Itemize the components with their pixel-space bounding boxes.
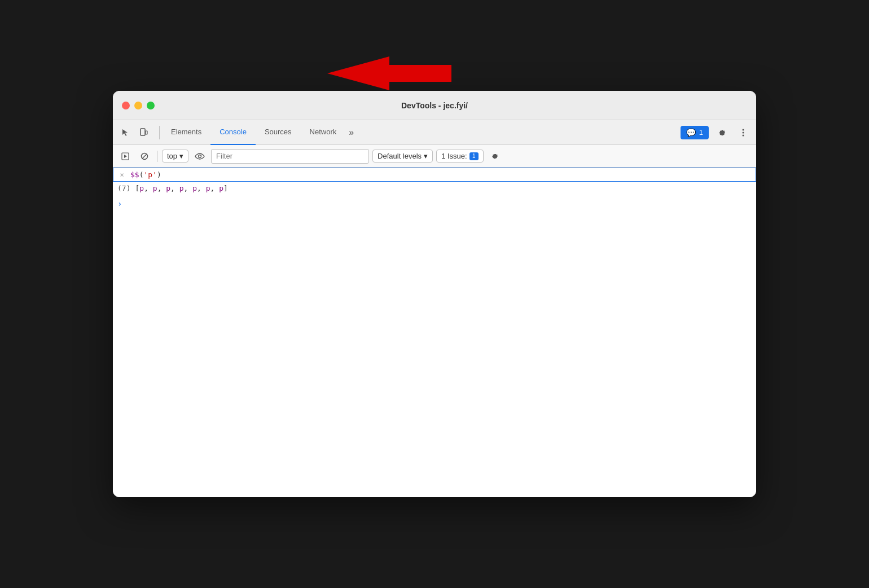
toolbar-icons	[117, 124, 152, 141]
console-output: × $$('p') (7) [p, p, p, p, p, p, p] ›	[113, 168, 756, 497]
console-prompt-line: ›	[113, 195, 756, 213]
console-toolbar: top ▾ Default levels ▾ 1 Issue: 1	[113, 145, 756, 168]
context-selector[interactable]: top ▾	[162, 150, 188, 163]
result-tag-7: p	[219, 184, 223, 192]
chevron-down-icon: ▾	[179, 152, 183, 160]
issues-count-button[interactable]: 1 Issue: 1	[436, 150, 484, 163]
issues-badge[interactable]: 💬 1	[681, 126, 709, 139]
prompt-arrow[interactable]: ›	[117, 199, 122, 208]
clear-console-button[interactable]	[137, 148, 152, 164]
console-input-text[interactable]: $$('p')	[130, 170, 751, 179]
svg-marker-6	[124, 155, 127, 158]
result-tag-5: p	[192, 184, 197, 192]
console-divider-1	[157, 151, 157, 162]
main-toolbar: Elements Console Sources Network » 💬 1	[113, 120, 756, 145]
play-button[interactable]	[117, 148, 133, 164]
settings-button[interactable]	[713, 124, 730, 141]
issues-chat-icon: 1	[469, 152, 479, 160]
eye-icon	[195, 153, 205, 160]
result-tag-2: p	[153, 184, 157, 192]
svg-rect-1	[146, 131, 147, 134]
minimize-button[interactable]	[134, 102, 142, 109]
element-select-button[interactable]	[117, 124, 134, 141]
window-title: DevTools - jec.fyi/	[401, 101, 468, 110]
result-array: [p, p, p, p, p, p, p]	[135, 184, 227, 192]
device-icon	[139, 128, 148, 137]
cursor-icon	[121, 128, 130, 137]
svg-point-3	[743, 131, 744, 133]
svg-rect-0	[141, 129, 145, 135]
result-tag-6: p	[206, 184, 210, 192]
input-selector-text: $$	[130, 170, 139, 179]
tab-sources[interactable]: Sources	[256, 120, 301, 145]
svg-point-2	[743, 129, 744, 130]
tab-elements[interactable]: Elements	[162, 120, 210, 145]
toolbar-right: 💬 1	[681, 124, 752, 141]
result-count: (7)	[117, 184, 130, 192]
tab-network[interactable]: Network	[301, 120, 346, 145]
more-tabs-button[interactable]: »	[345, 123, 357, 142]
devtools-window: DevTools - jec.fyi/ Elements Consol	[113, 91, 756, 497]
play-icon	[121, 152, 129, 160]
filter-input[interactable]	[211, 149, 369, 164]
svg-line-8	[142, 154, 147, 159]
maximize-button[interactable]	[147, 102, 155, 109]
default-levels-selector[interactable]: Default levels ▾	[372, 150, 433, 163]
device-toggle-button[interactable]	[135, 124, 152, 141]
result-tag-3: p	[166, 184, 170, 192]
svg-point-9	[199, 155, 201, 157]
block-icon	[141, 152, 148, 160]
result-tag-1: p	[139, 184, 144, 192]
gear-icon	[717, 128, 727, 138]
console-settings-button[interactable]	[487, 148, 503, 164]
cancel-input-button[interactable]: ×	[118, 171, 126, 179]
console-input-entry: × $$('p')	[113, 168, 756, 182]
input-paren-close: )	[157, 170, 161, 179]
chevron-down-icon-2: ▾	[424, 152, 428, 160]
result-tag-4: p	[179, 184, 184, 192]
chat-icon: 💬	[686, 128, 696, 137]
title-bar: DevTools - jec.fyi/	[113, 91, 756, 120]
toolbar-divider-1	[159, 126, 160, 139]
tabs-container: Elements Console Sources Network »	[162, 120, 681, 145]
svg-point-4	[743, 134, 744, 136]
tab-console[interactable]: Console	[210, 120, 256, 145]
console-result: (7) [p, p, p, p, p, p, p]	[113, 182, 756, 195]
input-string-text: 'p'	[143, 170, 156, 179]
live-expressions-button[interactable]	[192, 148, 208, 164]
window-controls	[122, 102, 155, 109]
console-gear-icon	[490, 152, 499, 161]
more-options-button[interactable]	[735, 124, 752, 141]
vertical-dots-icon	[742, 128, 744, 137]
close-button[interactable]	[122, 102, 130, 109]
